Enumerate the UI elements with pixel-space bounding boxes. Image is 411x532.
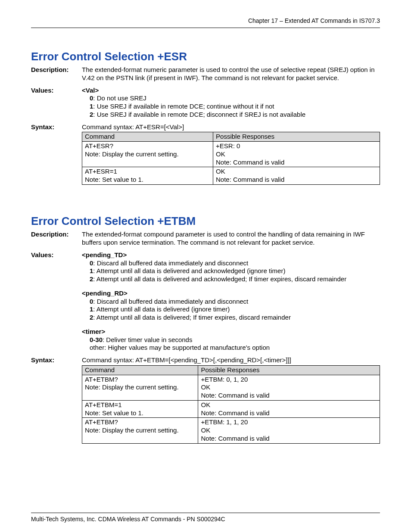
label-syntax: Syntax:	[31, 356, 82, 364]
etbm-syntax-table: Command Possible Responses AT+ETBM?Note:…	[82, 365, 380, 444]
table-header-command: Command	[82, 132, 213, 142]
table-row: AT+ESR?Note: Display the current setting…	[82, 142, 380, 167]
table-header-responses: Possible Responses	[213, 132, 380, 142]
section-title-esr: Error Control Selection +ESR	[31, 50, 380, 64]
etbm-td-0: 0: Discard all buffered data immediately…	[82, 259, 380, 268]
table-header-command: Command	[82, 365, 198, 375]
esr-val-2: 2: Use SREJ if available in remote DCE; …	[82, 111, 380, 119]
table-row: AT+ETBM?Note: Display the current settin…	[82, 375, 380, 400]
section-title-etbm: Error Control Selection +ETBM	[31, 214, 380, 228]
etbm-timer-other: other: Higher values may be supported at…	[82, 344, 380, 352]
esr-val-1: 1: Use SREJ if available in remote DCE; …	[82, 103, 380, 111]
esr-val-0: 0: Do not use SREJ	[82, 94, 380, 103]
label-values: Values:	[31, 251, 82, 259]
esr-syntax-table: Command Possible Responses AT+ESR?Note: …	[82, 132, 380, 185]
etbm-td-1: 1: Attempt until all data is delivered a…	[82, 267, 380, 275]
etbm-rd-2: 2: Attempt until all data is delivered; …	[82, 314, 380, 322]
label-values: Values:	[31, 87, 82, 95]
etbm-rd-0: 0: Discard all buffered data immediately…	[82, 298, 380, 306]
etbm-param-timer: <timer>	[82, 328, 380, 336]
table-row: AT+ESR=1Note: Set value to 1. OKNote: Co…	[82, 167, 380, 185]
etbm-td-2: 2: Attempt until all data is delivered a…	[82, 275, 380, 283]
label-syntax: Syntax:	[31, 123, 82, 131]
etbm-description: The extended-format compound parameter i…	[82, 230, 380, 247]
etbm-syntax-line: Command syntax: AT+ETBM=[<pending_TD>[,<…	[82, 356, 380, 364]
label-description: Description:	[31, 66, 82, 74]
etbm-rd-1: 1: Attempt until all data is delivered (…	[82, 305, 380, 314]
etbm-timer-0: 0-30: Deliver timer value in seconds	[82, 336, 380, 344]
label-description: Description:	[31, 230, 82, 239]
esr-val-param: <Val>	[82, 87, 380, 95]
esr-syntax-line: Command syntax: AT+ESR=[<Val>]	[82, 123, 380, 131]
table-row: AT+ETBM=1Note: Set value to 1. OKNote: C…	[82, 400, 380, 418]
etbm-param-pending-rd: <pending_RD>	[82, 289, 380, 298]
page-footer: Multi-Tech Systems, Inc. CDMA Wireless A…	[31, 513, 380, 523]
table-row: AT+ETBM?Note: Display the current settin…	[82, 418, 380, 443]
page-header: Chapter 17 – Extended AT Commands in IS7…	[31, 17, 380, 28]
table-header-responses: Possible Responses	[198, 365, 380, 375]
etbm-param-pending-td: <pending_TD>	[82, 251, 380, 259]
esr-description: The extended-format numeric parameter is…	[82, 66, 380, 82]
